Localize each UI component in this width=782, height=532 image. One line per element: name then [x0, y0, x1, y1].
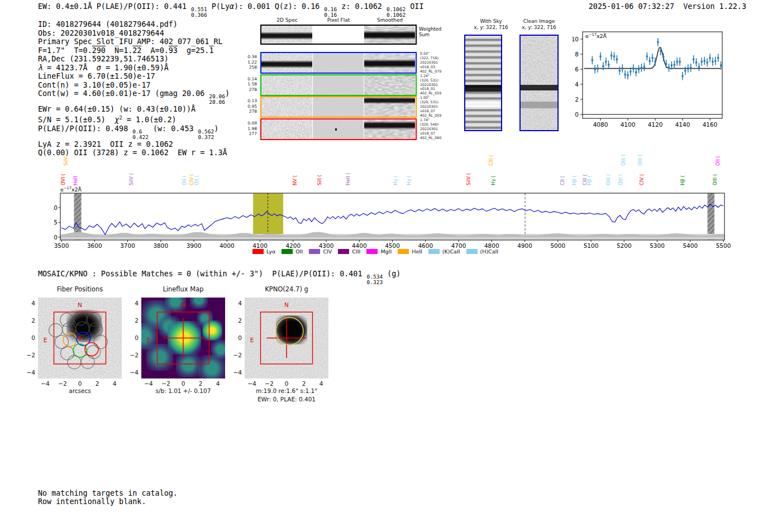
svg-text:4120: 4120 [648, 121, 663, 128]
info-line: S/N = 5.1(±0.5) χ2 = 1.0(±0.2) [38, 113, 230, 124]
detection-info-block: ID: 4018279644 (4018279644.pdf)Obs: 2022… [38, 20, 230, 157]
legend-item: Lyα [252, 248, 275, 255]
cutout-xtick: 2 [297, 380, 311, 387]
cutout-ytick: −4 [230, 369, 242, 376]
svg-text:0: 0 [54, 234, 58, 241]
weighted-sum-strip [260, 25, 417, 45]
info-line: F=1.7" T=0.290 N=1.22 A=0.93 g=25.1 [38, 46, 230, 55]
elixer-report: EW: 0.4±0.1Å P(LAE)/P(OII): 0.441 0.5510… [0, 0, 782, 532]
spec2d-row-left-labels: 0.091.98277 [235, 121, 257, 137]
info-line: Cont(w) = 4.60(±0.01)e-17 (gmag 20.06 20… [38, 89, 230, 105]
full-spectrum-plot: 3500360037003800390040004100420043004400… [53, 189, 732, 251]
svg-text:N: N [284, 301, 289, 308]
line-fit-inset-plot: 408041004120414041600246810 [573, 25, 735, 128]
svg-text:E: E [44, 337, 47, 343]
info-line: Primary Spec_Slot_IFU_AMP: 402_077_061_R… [38, 37, 230, 46]
svg-text:4140: 4140 [675, 121, 690, 128]
clean-image [519, 35, 559, 131]
legend-swatch [282, 249, 293, 254]
svg-text:10: 10 [573, 36, 579, 42]
legend-swatch [466, 249, 478, 254]
svg-text:8: 8 [575, 51, 579, 57]
svg-text:3800: 3800 [153, 242, 168, 249]
info-line: ID: 4018279644 (4018279644.pdf) [38, 20, 230, 29]
footer-line-2: Row intentionally blank. [38, 497, 146, 506]
cutout-xtick: 4 [108, 380, 121, 387]
legend-swatch [398, 249, 409, 254]
withsky-image [464, 35, 502, 131]
cutout-xtick: 0 [177, 380, 190, 387]
svg-text:0: 0 [575, 111, 579, 118]
cutout-ytick: 2 [126, 317, 139, 324]
info-line: Obs: 20220301v018_4018279644 [38, 29, 230, 38]
cutout-ytick: 0 [230, 334, 242, 341]
cutout-ytick: −4 [126, 369, 139, 376]
cutout-xtick: 2 [90, 380, 104, 387]
cutout-ytick: −2 [126, 352, 139, 358]
withsky-coords: x, y: 322, 716 [474, 25, 508, 30]
svg-text:5500: 5500 [716, 242, 731, 249]
legend-swatch [309, 249, 320, 254]
cutout-xtick: 0 [73, 380, 87, 387]
svg-text:5000: 5000 [550, 242, 565, 249]
spec2d-col-header-pixelflat: Pixel Flat [311, 17, 366, 23]
cutout-ytick: 4 [23, 300, 35, 306]
cleanimage-coords: x, y: 322, 716 [522, 25, 556, 30]
legend-item: (K)CaII [428, 248, 460, 255]
cutout-ytick: 4 [230, 300, 242, 306]
spectrum-legend: LyαOIICIVCIIIMgIIHeII(K)CaII(H)CaII [252, 248, 498, 255]
cutout-xtick: 2 [194, 380, 207, 387]
summary-header-line: EW: 0.4±0.1Å P(LAE)/P(OII): 0.441 0.5510… [38, 2, 424, 18]
svg-text:4080: 4080 [593, 121, 608, 128]
cutout-xtick: −2 [56, 380, 69, 387]
svg-text:3600: 3600 [87, 242, 102, 249]
svg-text:E: E [250, 337, 254, 343]
lineflux-map-image: N E [141, 298, 225, 378]
cutout-xtick: 0 [280, 380, 293, 387]
svg-text:4900: 4900 [517, 242, 532, 249]
info-line: P(LAE)/P(OII): 0.498 0.60.422 (w: 0.453 … [38, 124, 230, 140]
info-line: Cont(n) = 3.10(±0.05)e-17 [38, 81, 230, 90]
info-line: LyA z = 2.3921 OII z = 0.1062 [38, 140, 230, 149]
cutout-xtick: 4 [314, 380, 328, 387]
svg-text:N: N [181, 301, 185, 308]
svg-text:3700: 3700 [120, 242, 135, 249]
cutout-xtick: 4 [211, 380, 225, 387]
cutout-xtick: −2 [159, 380, 173, 387]
svg-text:3500: 3500 [54, 242, 69, 249]
svg-text:4160: 4160 [703, 121, 718, 128]
cutout-ytick: −2 [230, 352, 242, 358]
cutout-ytick: 0 [126, 334, 139, 341]
svg-text:2: 2 [575, 96, 579, 103]
svg-text:E: E [147, 337, 151, 343]
report-timestamp: 2025-01-06 07:32:27 [589, 2, 674, 11]
cutout-xtick: −4 [245, 380, 259, 387]
cutout-xtick: −4 [142, 380, 155, 387]
svg-text:3900: 3900 [187, 242, 202, 249]
cutout-ytick: 0 [23, 334, 35, 341]
spec2d-row-right-labels: 1.74"(320, 540)20220301v018_07402_RL_060 [420, 118, 441, 140]
cleanimage-title: Clean Imagex, y: 322, 716 [508, 18, 570, 31]
cutout-ytick: −2 [23, 352, 35, 358]
legend-item: CIV [309, 248, 332, 255]
info-line: LineFlux = 6.70(±1.50)e-17 [38, 72, 230, 81]
svg-text:4: 4 [575, 81, 579, 88]
fiber-positions-image: N E [38, 298, 122, 378]
svg-text:4000: 4000 [220, 242, 235, 249]
legend-item: CIII [338, 248, 360, 255]
legend-swatch [338, 249, 349, 254]
kpno-image: N E [245, 298, 328, 378]
legend-item: HeII [398, 248, 422, 255]
svg-text:5: 5 [54, 219, 58, 226]
fiber-positions-title: Fiber Positions [38, 285, 122, 293]
cutout-ytick: 2 [23, 317, 35, 324]
spec2d-row [260, 118, 417, 140]
weighted-sum-label: WeightedSum [419, 26, 441, 37]
spec2d-row-left-labels: 0.130.95278 [235, 98, 257, 114]
spectrum-unit-label: e−17x2Å [60, 186, 82, 193]
spec2d-row-right-labels: 0.50"(322, 716)20220301v018_03402_RL_079 [420, 51, 441, 74]
spec2d-row-left-labels: 0.141.58278 [235, 76, 257, 93]
spec2d-col-header-2dspec: 2D Spec [259, 17, 315, 23]
cutout-ytick: 4 [126, 300, 139, 306]
legend-item: MgII [366, 248, 392, 255]
